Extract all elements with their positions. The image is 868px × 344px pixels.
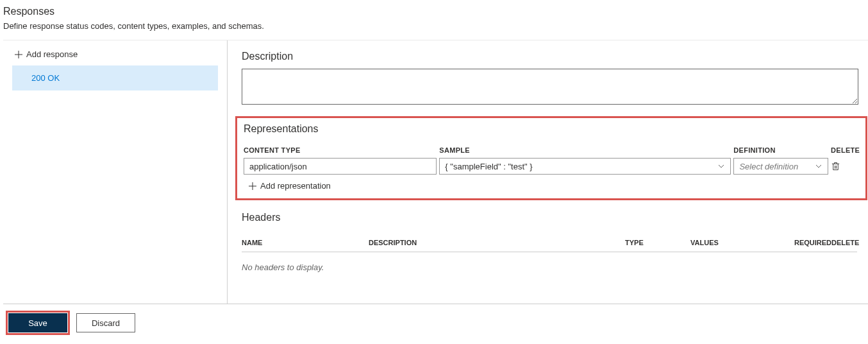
sample-select[interactable]: { "sampleField" : "test" }	[439, 158, 731, 175]
hcol-values: VALUES	[690, 239, 787, 246]
representations-section: Representations CONTENT TYPE SAMPLE DEFI…	[235, 116, 867, 200]
representations-title: Representations	[244, 123, 859, 135]
col-delete: DELETE	[831, 146, 859, 154]
response-item-200[interactable]: 200 OK	[12, 65, 218, 90]
content-type-value: application/json	[249, 162, 307, 171]
save-button[interactable]: Save	[8, 313, 67, 332]
chevron-down-icon	[815, 162, 822, 170]
discard-button[interactable]: Discard	[76, 313, 135, 332]
add-response-button[interactable]: Add response	[3, 46, 83, 63]
headers-header-row: NAME DESCRIPTION TYPE VALUES REQUIRED DE…	[242, 235, 857, 252]
save-highlight: Save	[6, 311, 70, 335]
col-definition: DEFINITION	[733, 146, 828, 154]
response-detail-pane: Description Representations CONTENT TYPE…	[228, 40, 868, 304]
headers-title: Headers	[242, 212, 857, 223]
responses-title: Responses	[3, 6, 868, 17]
hcol-name: NAME	[242, 239, 369, 246]
content-type-input[interactable]: application/json	[244, 158, 437, 175]
responses-subtitle: Define response status codes, content ty…	[3, 21, 868, 31]
headers-empty-text: No headers to display.	[242, 252, 857, 282]
plus-icon	[249, 182, 256, 190]
hcol-type: TYPE	[625, 239, 690, 246]
headers-section: Headers NAME DESCRIPTION TYPE VALUES REQ…	[242, 212, 857, 282]
hcol-delete: DELETE	[831, 239, 857, 246]
add-representation-button[interactable]: Add representation	[244, 175, 333, 194]
col-sample: SAMPLE	[439, 146, 731, 154]
description-label: Description	[242, 51, 868, 62]
definition-placeholder: Select definition	[739, 162, 798, 171]
hcol-description: DESCRIPTION	[369, 239, 625, 246]
trash-icon	[831, 161, 840, 171]
responses-list-pane: Add response 200 OK	[3, 40, 228, 304]
sample-value: { "sampleField" : "test" }	[445, 162, 532, 171]
add-response-label: Add response	[26, 49, 78, 59]
chevron-down-icon	[717, 162, 725, 170]
representations-header-row: CONTENT TYPE SAMPLE DEFINITION DELETE	[244, 146, 859, 154]
footer-bar: Save Discard	[3, 304, 868, 341]
plus-icon	[15, 51, 22, 58]
col-content-type: CONTENT TYPE	[244, 146, 437, 154]
delete-representation-button[interactable]	[831, 161, 859, 171]
add-representation-label: Add representation	[260, 181, 331, 191]
definition-select[interactable]: Select definition	[733, 158, 828, 175]
representation-row: application/json { "sampleField" : "test…	[244, 158, 859, 175]
hcol-required: REQUIRED	[787, 239, 831, 246]
description-textarea[interactable]	[242, 69, 858, 105]
